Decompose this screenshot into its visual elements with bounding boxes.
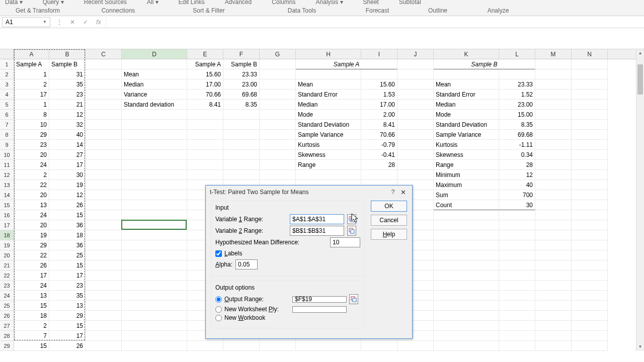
- cell[interactable]: [361, 170, 397, 180]
- row-header[interactable]: 1: [0, 59, 14, 69]
- cell[interactable]: Standard Error: [434, 89, 499, 100]
- var2-range-input[interactable]: [290, 226, 344, 236]
- hypo-mean-input[interactable]: [330, 237, 360, 247]
- cell[interactable]: Sample A: [296, 59, 397, 69]
- cell[interactable]: 36: [49, 240, 86, 250]
- cell[interactable]: [86, 79, 122, 89]
- cell[interactable]: 69.68: [499, 130, 535, 140]
- cell[interactable]: [535, 180, 572, 190]
- cell[interactable]: 2: [14, 79, 49, 89]
- cell[interactable]: [223, 110, 260, 120]
- cell[interactable]: -0.41: [361, 150, 397, 160]
- cell[interactable]: [434, 69, 499, 79]
- cell[interactable]: [187, 170, 223, 180]
- cell[interactable]: [535, 260, 572, 270]
- cell[interactable]: [122, 59, 187, 69]
- cell[interactable]: [397, 341, 434, 351]
- row-header[interactable]: 20: [0, 250, 14, 260]
- cell[interactable]: 40: [49, 130, 86, 140]
- cell[interactable]: 8.41: [361, 120, 397, 130]
- cell[interactable]: 23.00: [223, 79, 260, 89]
- cell[interactable]: [535, 160, 572, 170]
- cell[interactable]: [86, 210, 122, 220]
- cell[interactable]: 700: [499, 190, 535, 200]
- cell[interactable]: [86, 120, 122, 130]
- cell[interactable]: [434, 220, 499, 230]
- cell[interactable]: [572, 89, 608, 100]
- cell[interactable]: -0.79: [361, 140, 397, 150]
- cell[interactable]: [122, 230, 187, 240]
- cell[interactable]: [572, 281, 608, 291]
- cell[interactable]: 1.52: [499, 89, 535, 100]
- cell[interactable]: 17.00: [361, 100, 397, 110]
- cell[interactable]: [86, 291, 122, 301]
- cell[interactable]: [223, 170, 260, 180]
- cell[interactable]: 40: [499, 180, 535, 190]
- cell[interactable]: Range: [434, 160, 499, 170]
- cell[interactable]: [122, 140, 187, 150]
- ribbon-item[interactable]: Advanced: [225, 0, 252, 6]
- col-header[interactable]: G: [260, 49, 296, 59]
- cell[interactable]: [260, 69, 296, 79]
- cell[interactable]: 17.00: [187, 79, 223, 89]
- row-header[interactable]: 24: [0, 291, 14, 301]
- cell[interactable]: 7: [14, 331, 49, 341]
- cell[interactable]: [223, 160, 260, 170]
- cell[interactable]: 35: [49, 291, 86, 301]
- cell[interactable]: 70.66: [361, 130, 397, 140]
- cell[interactable]: [572, 160, 608, 170]
- cell[interactable]: [122, 190, 187, 200]
- cell[interactable]: [223, 150, 260, 160]
- fx-icon[interactable]: fx: [95, 19, 103, 26]
- cell[interactable]: [397, 89, 434, 100]
- row-header[interactable]: 10: [0, 150, 14, 160]
- cell[interactable]: [86, 59, 122, 69]
- chevron-down-icon[interactable]: ▼: [43, 20, 47, 24]
- cell[interactable]: [535, 321, 572, 331]
- cell[interactable]: 23: [49, 281, 86, 291]
- cell[interactable]: [122, 160, 187, 170]
- close-icon[interactable]: ✕: [398, 189, 408, 196]
- cell[interactable]: 21: [49, 100, 86, 110]
- cell[interactable]: [572, 331, 608, 341]
- cell[interactable]: [535, 270, 572, 281]
- cell[interactable]: [86, 89, 122, 100]
- cell[interactable]: [499, 311, 535, 321]
- cell[interactable]: Range: [296, 160, 361, 170]
- cell[interactable]: 1.53: [361, 89, 397, 100]
- var1-range-picker[interactable]: [347, 214, 356, 224]
- row-header[interactable]: 16: [0, 210, 14, 220]
- cell[interactable]: 1: [14, 69, 49, 79]
- cell[interactable]: [434, 270, 499, 281]
- cell[interactable]: [434, 301, 499, 311]
- cell[interactable]: Sample B: [49, 59, 86, 69]
- cell[interactable]: [86, 170, 122, 180]
- cell[interactable]: [572, 230, 608, 240]
- cell[interactable]: [572, 270, 608, 281]
- col-header[interactable]: H: [296, 49, 361, 59]
- cell[interactable]: Sample A: [14, 59, 49, 69]
- cell[interactable]: 24: [14, 281, 49, 291]
- cell[interactable]: 0.34: [499, 150, 535, 160]
- cell[interactable]: 12: [49, 190, 86, 200]
- cell[interactable]: 25: [49, 250, 86, 260]
- ribbon-item[interactable]: All ▾: [147, 0, 158, 6]
- cell[interactable]: [122, 110, 187, 120]
- cell[interactable]: [122, 200, 187, 210]
- cell[interactable]: 31: [49, 69, 86, 79]
- cell[interactable]: [187, 160, 223, 170]
- cell[interactable]: 2: [14, 321, 49, 331]
- cell[interactable]: [499, 341, 535, 351]
- cell[interactable]: 24: [14, 160, 49, 170]
- cell[interactable]: [397, 170, 434, 180]
- cell[interactable]: [434, 331, 499, 341]
- cell[interactable]: [535, 120, 572, 130]
- cell[interactable]: 23.33: [223, 69, 260, 79]
- cell[interactable]: [122, 120, 187, 130]
- row-header[interactable]: 14: [0, 190, 14, 200]
- cell[interactable]: [499, 270, 535, 281]
- cell[interactable]: [572, 200, 608, 210]
- cell[interactable]: 12: [49, 110, 86, 120]
- cell[interactable]: [572, 260, 608, 270]
- row-header[interactable]: 6: [0, 110, 14, 120]
